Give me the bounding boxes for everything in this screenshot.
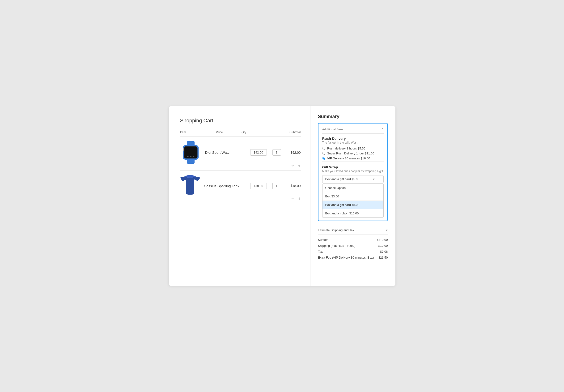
subtotal-value: $110.00 [377,238,388,242]
cart-title: Shopping Cart [180,118,301,124]
gift-wrap-title: Gift Wrap [322,165,384,169]
table-row: Cassius Sparring Tank$18.001$18.00 [180,170,301,196]
product-image [180,141,201,164]
product-image [180,175,200,196]
main-card: Shopping Cart Item Price Qty Subtotal [169,106,395,286]
gift-wrap-desc: Make your loved ones happier by wrapping… [322,169,384,173]
subtotal-label: Subtotal [318,238,329,242]
extra-fee-label: Extra Fee (VIP Delivery 30 minutes, Box) [318,256,374,259]
gift-dropdown-arrow-icon: ∨ [373,178,375,181]
edit-icon[interactable]: ✏ [291,197,294,200]
item-qty: 1 [273,183,281,189]
item-price: $18.00 [250,183,267,189]
rush-option[interactable]: Super Rush Delivery 1hour $11.00 [322,152,384,155]
rush-delivery-block: Rush Delivery The fastest in the Wild We… [322,137,384,160]
gift-dropdown-list: Choose OptionBox $3.00Box and a gift car… [322,183,384,218]
gift-option[interactable]: Box and a gift card $5.00 [322,200,383,209]
rush-delivery-desc: The fastest in the Wild West [322,141,384,144]
svg-rect-0 [187,141,194,146]
gift-dropdown-container: Box and a gift card $5.00 ∨ Choose Optio… [322,175,384,218]
table-row: Didi Sport Watch$92.001$92.00 [180,137,301,164]
col-header-subtotal: Subtotal [254,130,301,137]
rush-option[interactable]: VIP Delivery 30 minutes $16.50 [322,156,384,160]
rush-option[interactable]: Rush delivery 3 hours $5.50 [322,147,384,150]
item-name: Cassius Sparring Tank [204,184,239,188]
item-qty: 1 [273,149,281,156]
fees-chevron-icon[interactable]: ∧ [381,127,384,131]
fees-header: Additional Fees ∧ [322,127,384,134]
rush-delivery-title: Rush Delivery [322,137,384,140]
tax-label: Tax [318,250,323,253]
rush-option-label: Rush delivery 3 hours $5.50 [327,147,365,150]
item-price: $92.00 [250,149,267,156]
gift-selected-label: Box and a gift card $5.00 [325,177,359,181]
col-header-qty: Qty [234,130,254,137]
fees-header-label: Additional Fees [322,127,344,131]
shipping-chevron-icon: ∨ [386,229,388,232]
rush-options: Rush delivery 3 hours $5.50Super Rush De… [322,147,384,160]
tax-row: Tax $9.08 [318,249,388,254]
rush-option-label: Super Rush Delivery 1hour $11.00 [327,152,374,155]
table-row: ✏ 🗑 [180,196,301,203]
table-row: ✏ 🗑 [180,164,301,170]
shipping-estimate-row[interactable]: Estimate Shipping and Tax ∨ [318,225,388,234]
trash-icon[interactable]: 🗑 [297,164,301,168]
gift-option[interactable]: Box and a ribbon $10.00 [322,209,383,217]
summary-section: Summary Additional Fees ∧ Rush Delivery … [310,106,395,286]
extra-fee-row: Extra Fee (VIP Delivery 30 minutes, Box)… [318,254,388,259]
svg-point-8 [193,156,194,157]
shipping-estimate-label: Estimate Shipping and Tax [318,228,354,232]
svg-rect-5 [183,148,184,151]
cart-section: Shopping Cart Item Price Qty Subtotal [169,106,310,286]
rush-option-label: VIP Delivery 30 minutes $16.50 [327,156,370,160]
svg-rect-1 [187,159,194,164]
subtotal-row: Subtotal $110.00 [318,237,388,243]
cart-header-row: Item Price Qty Subtotal [180,130,301,137]
col-header-item: Item [180,130,205,137]
tax-value: $9.08 [380,250,388,253]
fees-card: Additional Fees ∧ Rush Delivery The fast… [318,123,388,221]
svg-point-7 [190,156,192,157]
gift-option[interactable]: Box $3.00 [322,192,383,200]
col-header-price: Price [205,130,234,137]
totals-section: Subtotal $110.00 Shipping (Flat Rate - F… [318,234,388,259]
extra-fee-value: $21.50 [378,256,388,259]
cart-table: Item Price Qty Subtotal [180,130,301,203]
summary-title: Summary [318,114,388,119]
gift-dropdown-selected[interactable]: Box and a gift card $5.00 ∨ [322,175,384,183]
svg-point-6 [187,156,188,157]
item-name: Didi Sport Watch [205,150,232,154]
shipping-label: Shipping (Flat Rate - Fixed) [318,244,356,248]
shipping-value: $10.00 [378,244,388,248]
edit-icon[interactable]: ✏ [291,164,294,168]
trash-icon[interactable]: 🗑 [297,197,301,200]
item-subtotal: $92.00 [287,151,301,154]
shipping-row-total: Shipping (Flat Rate - Fixed) $10.00 [318,243,388,249]
item-subtotal: $18.00 [287,184,301,188]
gift-option[interactable]: Choose Option [322,184,383,192]
gift-wrap-block: Gift Wrap Make your loved ones happier b… [322,162,384,221]
